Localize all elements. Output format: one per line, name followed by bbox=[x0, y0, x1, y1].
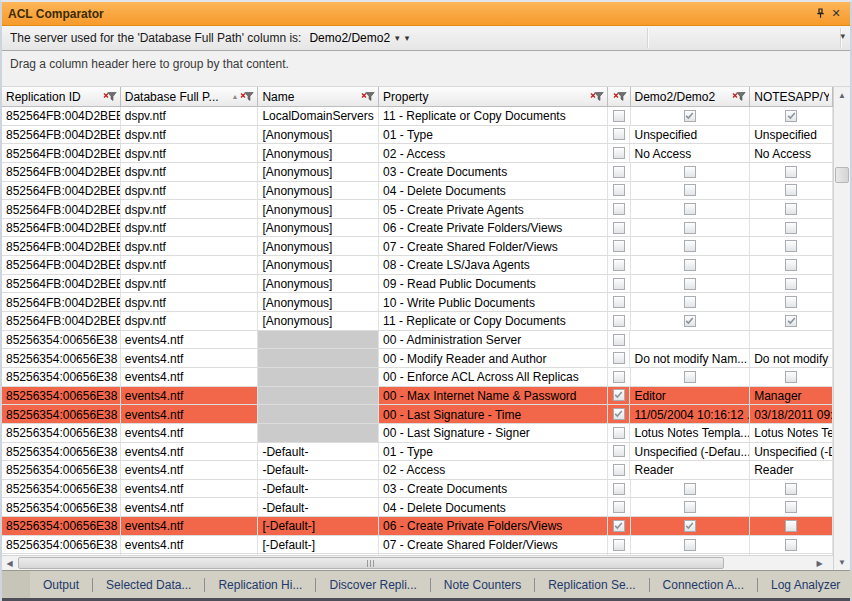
checkbox[interactable] bbox=[750, 312, 833, 330]
toolbar-dropdown-icon[interactable]: ▾ bbox=[405, 33, 410, 43]
checkbox[interactable] bbox=[750, 498, 833, 516]
checkbox[interactable] bbox=[631, 182, 751, 200]
checkbox[interactable] bbox=[608, 480, 631, 498]
table-row[interactable]: 85256354:00656E38events4.ntf[-Default-]0… bbox=[2, 517, 833, 536]
table-row[interactable]: 852564FB:004D2BEBdspv.ntf[Anonymous]07 -… bbox=[2, 237, 833, 256]
checkbox[interactable] bbox=[608, 312, 631, 330]
checkbox[interactable] bbox=[608, 293, 631, 311]
column-header-notesapp-yt[interactable]: NOTESAPP/YT. bbox=[750, 87, 833, 106]
table-row[interactable]: 85256354:00656E38events4.ntf[-Default-]0… bbox=[2, 536, 833, 555]
checkbox[interactable] bbox=[608, 461, 631, 479]
checkbox[interactable] bbox=[750, 480, 833, 498]
table-row[interactable]: 85256354:00656E38events4.ntf-Default-03 … bbox=[2, 480, 833, 499]
checkbox[interactable] bbox=[608, 219, 631, 237]
checkbox[interactable] bbox=[631, 200, 751, 218]
table-row[interactable]: 852564FB:004D2BEBdspv.ntf[Anonymous]11 -… bbox=[2, 312, 833, 331]
checkbox[interactable] bbox=[631, 536, 751, 554]
scroll-up-icon[interactable]: ▲ bbox=[834, 87, 850, 103]
checkbox[interactable] bbox=[631, 480, 751, 498]
checkbox[interactable] bbox=[608, 331, 631, 349]
column-header-flag[interactable] bbox=[608, 87, 631, 106]
table-row[interactable]: 852564FB:004D2BEBdspv.ntf[Anonymous]09 -… bbox=[2, 275, 833, 294]
checkbox[interactable] bbox=[750, 275, 833, 293]
column-header-property[interactable]: Property bbox=[379, 87, 607, 106]
table-row[interactable]: 85256354:00656E38events4.ntf00 - Last Si… bbox=[2, 424, 833, 443]
filter-icon[interactable] bbox=[590, 92, 604, 101]
scroll-right-icon[interactable]: ▶ bbox=[812, 556, 827, 570]
tab-discover-repli[interactable]: Discover Repli... bbox=[316, 573, 429, 597]
checkbox[interactable] bbox=[608, 107, 631, 125]
checkbox[interactable] bbox=[608, 405, 631, 423]
checkbox[interactable] bbox=[750, 517, 833, 535]
pin-icon[interactable] bbox=[812, 6, 828, 22]
checkbox[interactable] bbox=[608, 200, 631, 218]
tab-selected-data[interactable]: Selected Data... bbox=[93, 573, 204, 597]
table-row[interactable]: 85256354:00656E38events4.ntf00 - Last Si… bbox=[2, 405, 833, 424]
filter-icon[interactable] bbox=[240, 92, 254, 101]
checkbox[interactable] bbox=[631, 219, 751, 237]
checkbox[interactable] bbox=[608, 256, 631, 274]
tab-log-analyzer[interactable]: Log Analyzer bbox=[758, 573, 852, 597]
checkbox[interactable] bbox=[631, 256, 751, 274]
filter-icon[interactable] bbox=[103, 92, 117, 101]
checkbox[interactable] bbox=[750, 182, 833, 200]
checkbox[interactable] bbox=[750, 219, 833, 237]
table-row[interactable]: 85256354:00656E38events4.ntf-Default-04 … bbox=[2, 498, 833, 517]
tab-replication-se[interactable]: Replication Se... bbox=[535, 573, 648, 597]
group-by-panel[interactable]: Drag a column header here to group by th… bbox=[2, 51, 850, 87]
vertical-scrollbar[interactable]: ▲ ▼ bbox=[833, 87, 850, 570]
table-row[interactable]: 852564FB:004D2BEBdspv.ntf[Anonymous]04 -… bbox=[2, 182, 833, 201]
close-icon[interactable]: ✕ bbox=[828, 6, 844, 22]
tab-output[interactable]: Output bbox=[30, 573, 92, 597]
table-row[interactable]: 852564FB:004D2BEBdspv.ntf[Anonymous]05 -… bbox=[2, 200, 833, 219]
filter-icon[interactable] bbox=[732, 92, 746, 101]
checkbox[interactable] bbox=[608, 443, 631, 461]
hscroll-thumb[interactable] bbox=[18, 557, 724, 569]
checkbox[interactable] bbox=[608, 275, 631, 293]
table-row[interactable]: 85256354:00656E38events4.ntf00 - Enforce… bbox=[2, 368, 833, 387]
checkbox[interactable] bbox=[608, 368, 631, 386]
checkbox[interactable] bbox=[608, 237, 631, 255]
checkbox[interactable] bbox=[631, 517, 751, 535]
vscroll-thumb[interactable] bbox=[835, 167, 849, 183]
checkbox[interactable] bbox=[608, 517, 631, 535]
checkbox[interactable] bbox=[608, 163, 631, 181]
column-header-name[interactable]: Name bbox=[258, 87, 379, 106]
checkbox[interactable] bbox=[631, 107, 751, 125]
table-row[interactable]: 85256354:00656E38events4.ntf-Default-02 … bbox=[2, 461, 833, 480]
table-row[interactable]: 852564FB:004D2BEBdspv.ntf[Anonymous]10 -… bbox=[2, 293, 833, 312]
checkbox[interactable] bbox=[750, 256, 833, 274]
table-row[interactable]: 85256354:00656E38events4.ntf00 - Adminis… bbox=[2, 331, 833, 350]
table-row[interactable]: 85256354:00656E38events4.ntf-Default-01 … bbox=[2, 443, 833, 462]
checkbox[interactable] bbox=[608, 498, 631, 516]
checkbox[interactable] bbox=[750, 293, 833, 311]
tab-replication-hi[interactable]: Replication Hi... bbox=[205, 573, 315, 597]
checkbox[interactable] bbox=[750, 368, 833, 386]
scroll-left-icon[interactable]: ◀ bbox=[2, 556, 17, 570]
column-header-demo2-demo2[interactable]: Demo2/Demo2 bbox=[631, 87, 751, 106]
checkbox[interactable] bbox=[608, 349, 631, 367]
horizontal-scrollbar[interactable]: ◀ ▶ bbox=[2, 555, 833, 570]
server-combo[interactable]: Demo2/Demo2 ▾ bbox=[309, 31, 399, 45]
checkbox[interactable] bbox=[631, 237, 751, 255]
checkbox[interactable] bbox=[631, 293, 751, 311]
checkbox[interactable] bbox=[631, 163, 751, 181]
checkbox[interactable] bbox=[750, 237, 833, 255]
table-row[interactable]: 852564FB:004D2BEBdspv.ntf[Anonymous]02 -… bbox=[2, 144, 833, 163]
table-row[interactable]: 85256354:00656E38events4.ntf00 - Max Int… bbox=[2, 387, 833, 406]
table-row[interactable]: 852564FB:004D2BEBdspv.ntfLocalDomainServ… bbox=[2, 107, 833, 126]
column-header-replication-id[interactable]: Replication ID bbox=[2, 87, 121, 106]
checkbox[interactable] bbox=[750, 163, 833, 181]
checkbox[interactable] bbox=[750, 200, 833, 218]
tab-note-counters[interactable]: Note Counters bbox=[431, 573, 534, 597]
table-row[interactable]: 852564FB:004D2BEBdspv.ntf[Anonymous]06 -… bbox=[2, 219, 833, 238]
checkbox[interactable] bbox=[631, 498, 751, 516]
checkbox[interactable] bbox=[750, 536, 833, 554]
toolbar-overflow-icon[interactable]: ▾ bbox=[840, 31, 845, 41]
checkbox[interactable] bbox=[608, 144, 631, 162]
checkbox[interactable] bbox=[608, 387, 631, 405]
table-row[interactable]: 852564FB:004D2BEBdspv.ntf[Anonymous]01 -… bbox=[2, 126, 833, 145]
filter-icon[interactable] bbox=[361, 92, 375, 101]
filter-icon[interactable] bbox=[613, 92, 627, 101]
checkbox[interactable] bbox=[608, 536, 631, 554]
